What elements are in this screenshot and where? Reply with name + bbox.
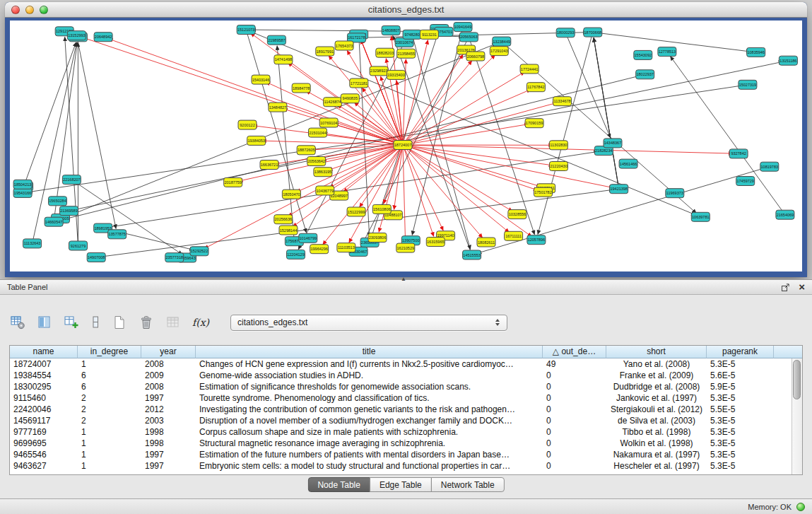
graph-node[interactable]: 14660547 bbox=[45, 217, 63, 226]
graph-node[interactable]: 17724441 bbox=[520, 64, 539, 74]
graph-node[interactable]: 14741498 bbox=[274, 55, 293, 64]
graph-node[interactable]: 13863195 bbox=[314, 168, 332, 177]
graph-node[interactable]: 19421398 bbox=[610, 185, 628, 194]
column-header-short[interactable]: short bbox=[606, 346, 707, 358]
graph-node[interactable]: 17501782 bbox=[534, 187, 553, 197]
graph-node[interactable]: 15121073 bbox=[237, 25, 255, 35]
graph-node[interactable]: 21358455 bbox=[397, 49, 416, 58]
graph-node[interactable]: 9327842 bbox=[729, 149, 748, 158]
graph-edge[interactable] bbox=[349, 145, 403, 243]
memory-status-icon[interactable] bbox=[796, 503, 805, 511]
graph-node[interactable]: 17654373 bbox=[335, 41, 353, 50]
graph-node[interactable]: 11426874 bbox=[324, 98, 342, 107]
graph-edge[interactable] bbox=[412, 27, 463, 235]
graph-node[interactable]: 10328556 bbox=[508, 210, 526, 219]
table-row[interactable]: 969969511998Structural magnetic resonanc… bbox=[10, 438, 792, 449]
graph-node[interactable]: 18022937 bbox=[636, 70, 654, 79]
tab-network-table[interactable]: Network Table bbox=[431, 477, 505, 492]
table-row[interactable]: 1830029562008Estimation of significance … bbox=[10, 381, 792, 392]
graph-node[interactable]: 11302830 bbox=[549, 141, 567, 150]
graph-node[interactable]: 15027319 bbox=[739, 80, 757, 89]
column-header-pagerank[interactable]: pagerank bbox=[707, 346, 774, 358]
network-graph[interactable]: 9618598913895623010674219848972064894218… bbox=[10, 21, 802, 271]
graph-node[interactable]: 11767842 bbox=[526, 83, 545, 92]
function-builder-icon[interactable]: f(x) bbox=[192, 313, 209, 332]
graph-edge[interactable] bbox=[54, 44, 496, 222]
graph-node[interactable]: 19315400 bbox=[387, 70, 406, 79]
graph-edge[interactable] bbox=[594, 37, 619, 189]
network-window-titlebar[interactable]: citations_edges.txt bbox=[5, 2, 807, 18]
graph-node[interactable]: 19964296 bbox=[310, 245, 329, 254]
graph-edge[interactable] bbox=[403, 145, 512, 211]
graph-node[interactable]: 18700668 bbox=[584, 28, 602, 37]
graph-edge[interactable] bbox=[54, 42, 77, 221]
graph-node[interactable]: 15650284 bbox=[49, 197, 67, 206]
graph-node[interactable]: 21369589 bbox=[60, 206, 78, 216]
graph-edge[interactable] bbox=[565, 33, 611, 138]
graph-node[interactable]: 21501044 bbox=[309, 128, 327, 137]
graph-node[interactable]: 21989587 bbox=[267, 35, 286, 45]
column-header-title[interactable]: title bbox=[196, 346, 543, 358]
graph-node[interactable]: 9113231 bbox=[420, 30, 438, 39]
graph-edge[interactable] bbox=[403, 54, 463, 145]
table-row[interactable]: 1456911722003Disruption of a novel membe… bbox=[10, 415, 792, 426]
table-mode-icon[interactable] bbox=[10, 313, 25, 332]
graph-node[interactable]: 14561466 bbox=[619, 159, 637, 168]
graph-edge[interactable] bbox=[403, 145, 538, 190]
graph-node[interactable]: 13151186 bbox=[779, 56, 797, 65]
delete-icon[interactable] bbox=[139, 313, 154, 332]
graph-node[interactable]: 9261279 bbox=[69, 241, 88, 250]
graph-node[interactable]: 18917991 bbox=[316, 47, 334, 56]
graph-edge[interactable] bbox=[403, 145, 443, 230]
graph-node[interactable]: 12778513 bbox=[658, 47, 676, 57]
graph-edge[interactable] bbox=[403, 124, 529, 146]
graph-node[interactable]: 10819783 bbox=[760, 162, 779, 171]
table-row[interactable]: 1872400712008Changes of HCN gene express… bbox=[10, 358, 792, 370]
graph-node[interactable]: 12057896 bbox=[527, 235, 546, 245]
graph-node[interactable]: 21654069 bbox=[776, 210, 794, 219]
graph-node[interactable]: 15610806 bbox=[372, 204, 391, 214]
tab-node-table[interactable]: Node Table bbox=[307, 477, 370, 492]
new-file-icon[interactable] bbox=[112, 313, 127, 332]
graph-node[interactable]: 18724007 bbox=[394, 141, 412, 150]
graph-node[interactable]: 15543092 bbox=[634, 50, 652, 59]
graph-node[interactable]: 16636721 bbox=[260, 160, 278, 170]
graph-node[interactable]: 19543166 bbox=[13, 188, 32, 197]
graph-node[interactable]: 18872605 bbox=[297, 146, 315, 155]
graph-node[interactable]: 20660798 bbox=[466, 52, 485, 61]
graph-edge[interactable] bbox=[76, 35, 116, 228]
graph-node[interactable]: 9200122 bbox=[238, 120, 257, 129]
graph-node[interactable]: 18828203 bbox=[376, 48, 394, 57]
network-canvas[interactable]: 9618598913895623010674219848972064894218… bbox=[10, 21, 802, 271]
graph-node[interactable]: 11103513 bbox=[337, 243, 355, 252]
tab-edge-table[interactable]: Edge Table bbox=[370, 477, 432, 492]
graph-node[interactable]: 23298923 bbox=[370, 66, 388, 76]
column-header-name[interactable]: name bbox=[10, 346, 78, 358]
graph-node[interactable]: 20565063 bbox=[459, 33, 478, 42]
scrollbar-thumb[interactable] bbox=[793, 360, 801, 399]
graph-edge[interactable] bbox=[359, 35, 370, 237]
graph-node[interactable]: 15298144 bbox=[279, 226, 298, 235]
table-row[interactable]: 1938455462009Genome-wide association stu… bbox=[10, 370, 792, 381]
graph-edge[interactable] bbox=[538, 33, 593, 235]
graph-node[interactable]: 15122999 bbox=[347, 207, 365, 216]
graph-node[interactable]: 23577318 bbox=[165, 253, 184, 262]
float-panel-icon[interactable] bbox=[781, 283, 790, 292]
graph-node[interactable]: 10639781 bbox=[691, 212, 710, 221]
graph-node[interactable]: 16210529 bbox=[396, 243, 415, 252]
graph-node[interactable]: 21220430 bbox=[550, 162, 568, 171]
new-column-icon[interactable] bbox=[64, 313, 79, 332]
graph-node[interactable]: 11334678 bbox=[553, 97, 572, 106]
graph-node[interactable]: 19384053 bbox=[247, 136, 266, 145]
graph-node[interactable]: 20648942 bbox=[94, 33, 112, 42]
graph-node[interactable]: 20256636 bbox=[274, 215, 293, 224]
graph-node[interactable]: 16711111 bbox=[505, 231, 523, 240]
splitter-handle[interactable]: ▲ bbox=[401, 276, 406, 282]
row-height-icon[interactable] bbox=[90, 313, 100, 332]
graph-node[interactable]: 10146799 bbox=[299, 233, 317, 243]
graph-edge[interactable] bbox=[275, 145, 403, 164]
graph-edge[interactable] bbox=[403, 145, 531, 237]
graph-node[interactable]: 14348367 bbox=[604, 139, 622, 148]
graph-node[interactable]: 13484827 bbox=[269, 103, 287, 112]
table-select[interactable]: citations_edges.txt bbox=[230, 315, 507, 331]
